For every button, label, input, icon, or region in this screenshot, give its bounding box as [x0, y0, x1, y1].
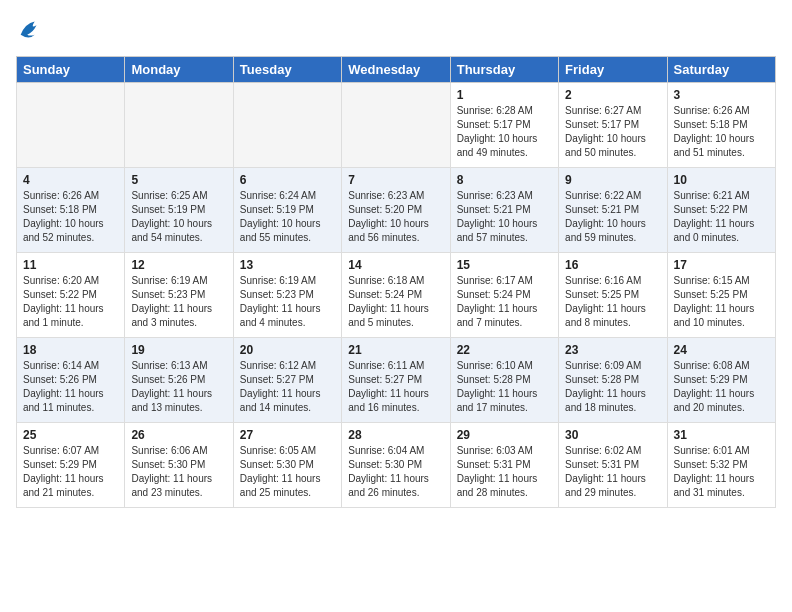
- calendar-day-cell: [17, 83, 125, 168]
- day-info: Sunrise: 6:11 AM Sunset: 5:27 PM Dayligh…: [348, 359, 443, 415]
- day-number: 31: [674, 428, 769, 442]
- calendar-header-row: SundayMondayTuesdayWednesdayThursdayFrid…: [17, 57, 776, 83]
- day-number: 25: [23, 428, 118, 442]
- weekday-header: Saturday: [667, 57, 775, 83]
- day-info: Sunrise: 6:08 AM Sunset: 5:29 PM Dayligh…: [674, 359, 769, 415]
- day-info: Sunrise: 6:02 AM Sunset: 5:31 PM Dayligh…: [565, 444, 660, 500]
- calendar-week-row: 4Sunrise: 6:26 AM Sunset: 5:18 PM Daylig…: [17, 168, 776, 253]
- day-info: Sunrise: 6:24 AM Sunset: 5:19 PM Dayligh…: [240, 189, 335, 245]
- day-number: 15: [457, 258, 552, 272]
- day-info: Sunrise: 6:16 AM Sunset: 5:25 PM Dayligh…: [565, 274, 660, 330]
- day-number: 5: [131, 173, 226, 187]
- calendar-day-cell: 21Sunrise: 6:11 AM Sunset: 5:27 PM Dayli…: [342, 338, 450, 423]
- page-container: SundayMondayTuesdayWednesdayThursdayFrid…: [16, 16, 776, 508]
- day-info: Sunrise: 6:26 AM Sunset: 5:18 PM Dayligh…: [674, 104, 769, 160]
- weekday-header: Tuesday: [233, 57, 341, 83]
- day-info: Sunrise: 6:28 AM Sunset: 5:17 PM Dayligh…: [457, 104, 552, 160]
- logo-bird-icon: [16, 16, 44, 48]
- day-info: Sunrise: 6:13 AM Sunset: 5:26 PM Dayligh…: [131, 359, 226, 415]
- day-info: Sunrise: 6:19 AM Sunset: 5:23 PM Dayligh…: [240, 274, 335, 330]
- calendar-day-cell: 10Sunrise: 6:21 AM Sunset: 5:22 PM Dayli…: [667, 168, 775, 253]
- calendar-day-cell: 8Sunrise: 6:23 AM Sunset: 5:21 PM Daylig…: [450, 168, 558, 253]
- day-info: Sunrise: 6:01 AM Sunset: 5:32 PM Dayligh…: [674, 444, 769, 500]
- calendar-day-cell: [125, 83, 233, 168]
- calendar-day-cell: 28Sunrise: 6:04 AM Sunset: 5:30 PM Dayli…: [342, 423, 450, 508]
- calendar-day-cell: 2Sunrise: 6:27 AM Sunset: 5:17 PM Daylig…: [559, 83, 667, 168]
- weekday-header: Sunday: [17, 57, 125, 83]
- calendar-day-cell: 9Sunrise: 6:22 AM Sunset: 5:21 PM Daylig…: [559, 168, 667, 253]
- calendar-day-cell: [233, 83, 341, 168]
- day-info: Sunrise: 6:06 AM Sunset: 5:30 PM Dayligh…: [131, 444, 226, 500]
- day-number: 12: [131, 258, 226, 272]
- day-number: 8: [457, 173, 552, 187]
- calendar-day-cell: 20Sunrise: 6:12 AM Sunset: 5:27 PM Dayli…: [233, 338, 341, 423]
- calendar-day-cell: 3Sunrise: 6:26 AM Sunset: 5:18 PM Daylig…: [667, 83, 775, 168]
- calendar-day-cell: 13Sunrise: 6:19 AM Sunset: 5:23 PM Dayli…: [233, 253, 341, 338]
- calendar-day-cell: 11Sunrise: 6:20 AM Sunset: 5:22 PM Dayli…: [17, 253, 125, 338]
- day-info: Sunrise: 6:20 AM Sunset: 5:22 PM Dayligh…: [23, 274, 118, 330]
- calendar-table: SundayMondayTuesdayWednesdayThursdayFrid…: [16, 56, 776, 508]
- header: [16, 16, 776, 48]
- day-number: 20: [240, 343, 335, 357]
- weekday-header: Friday: [559, 57, 667, 83]
- day-info: Sunrise: 6:03 AM Sunset: 5:31 PM Dayligh…: [457, 444, 552, 500]
- calendar-day-cell: 29Sunrise: 6:03 AM Sunset: 5:31 PM Dayli…: [450, 423, 558, 508]
- day-number: 18: [23, 343, 118, 357]
- day-number: 29: [457, 428, 552, 442]
- day-number: 14: [348, 258, 443, 272]
- calendar-day-cell: 6Sunrise: 6:24 AM Sunset: 5:19 PM Daylig…: [233, 168, 341, 253]
- day-info: Sunrise: 6:26 AM Sunset: 5:18 PM Dayligh…: [23, 189, 118, 245]
- day-number: 22: [457, 343, 552, 357]
- calendar-day-cell: 16Sunrise: 6:16 AM Sunset: 5:25 PM Dayli…: [559, 253, 667, 338]
- day-number: 4: [23, 173, 118, 187]
- calendar-day-cell: 19Sunrise: 6:13 AM Sunset: 5:26 PM Dayli…: [125, 338, 233, 423]
- calendar-day-cell: 4Sunrise: 6:26 AM Sunset: 5:18 PM Daylig…: [17, 168, 125, 253]
- calendar-day-cell: 22Sunrise: 6:10 AM Sunset: 5:28 PM Dayli…: [450, 338, 558, 423]
- weekday-header: Wednesday: [342, 57, 450, 83]
- day-number: 24: [674, 343, 769, 357]
- calendar-week-row: 18Sunrise: 6:14 AM Sunset: 5:26 PM Dayli…: [17, 338, 776, 423]
- weekday-header: Monday: [125, 57, 233, 83]
- day-info: Sunrise: 6:25 AM Sunset: 5:19 PM Dayligh…: [131, 189, 226, 245]
- calendar-day-cell: 15Sunrise: 6:17 AM Sunset: 5:24 PM Dayli…: [450, 253, 558, 338]
- day-info: Sunrise: 6:22 AM Sunset: 5:21 PM Dayligh…: [565, 189, 660, 245]
- day-number: 17: [674, 258, 769, 272]
- calendar-day-cell: 17Sunrise: 6:15 AM Sunset: 5:25 PM Dayli…: [667, 253, 775, 338]
- calendar-day-cell: 30Sunrise: 6:02 AM Sunset: 5:31 PM Dayli…: [559, 423, 667, 508]
- day-number: 3: [674, 88, 769, 102]
- calendar-day-cell: 12Sunrise: 6:19 AM Sunset: 5:23 PM Dayli…: [125, 253, 233, 338]
- day-info: Sunrise: 6:15 AM Sunset: 5:25 PM Dayligh…: [674, 274, 769, 330]
- day-number: 7: [348, 173, 443, 187]
- day-info: Sunrise: 6:27 AM Sunset: 5:17 PM Dayligh…: [565, 104, 660, 160]
- calendar-week-row: 11Sunrise: 6:20 AM Sunset: 5:22 PM Dayli…: [17, 253, 776, 338]
- day-info: Sunrise: 6:21 AM Sunset: 5:22 PM Dayligh…: [674, 189, 769, 245]
- calendar-day-cell: [342, 83, 450, 168]
- day-number: 16: [565, 258, 660, 272]
- day-info: Sunrise: 6:23 AM Sunset: 5:21 PM Dayligh…: [457, 189, 552, 245]
- day-number: 9: [565, 173, 660, 187]
- calendar-week-row: 1Sunrise: 6:28 AM Sunset: 5:17 PM Daylig…: [17, 83, 776, 168]
- calendar-day-cell: 23Sunrise: 6:09 AM Sunset: 5:28 PM Dayli…: [559, 338, 667, 423]
- day-info: Sunrise: 6:23 AM Sunset: 5:20 PM Dayligh…: [348, 189, 443, 245]
- day-number: 6: [240, 173, 335, 187]
- day-number: 28: [348, 428, 443, 442]
- day-info: Sunrise: 6:07 AM Sunset: 5:29 PM Dayligh…: [23, 444, 118, 500]
- calendar-day-cell: 24Sunrise: 6:08 AM Sunset: 5:29 PM Dayli…: [667, 338, 775, 423]
- day-number: 23: [565, 343, 660, 357]
- day-number: 19: [131, 343, 226, 357]
- day-number: 11: [23, 258, 118, 272]
- day-number: 30: [565, 428, 660, 442]
- day-info: Sunrise: 6:19 AM Sunset: 5:23 PM Dayligh…: [131, 274, 226, 330]
- calendar-day-cell: 5Sunrise: 6:25 AM Sunset: 5:19 PM Daylig…: [125, 168, 233, 253]
- day-number: 10: [674, 173, 769, 187]
- day-info: Sunrise: 6:04 AM Sunset: 5:30 PM Dayligh…: [348, 444, 443, 500]
- day-number: 13: [240, 258, 335, 272]
- calendar-week-row: 25Sunrise: 6:07 AM Sunset: 5:29 PM Dayli…: [17, 423, 776, 508]
- day-info: Sunrise: 6:10 AM Sunset: 5:28 PM Dayligh…: [457, 359, 552, 415]
- day-info: Sunrise: 6:12 AM Sunset: 5:27 PM Dayligh…: [240, 359, 335, 415]
- day-info: Sunrise: 6:17 AM Sunset: 5:24 PM Dayligh…: [457, 274, 552, 330]
- calendar-day-cell: 14Sunrise: 6:18 AM Sunset: 5:24 PM Dayli…: [342, 253, 450, 338]
- calendar-day-cell: 7Sunrise: 6:23 AM Sunset: 5:20 PM Daylig…: [342, 168, 450, 253]
- day-number: 21: [348, 343, 443, 357]
- calendar-day-cell: 1Sunrise: 6:28 AM Sunset: 5:17 PM Daylig…: [450, 83, 558, 168]
